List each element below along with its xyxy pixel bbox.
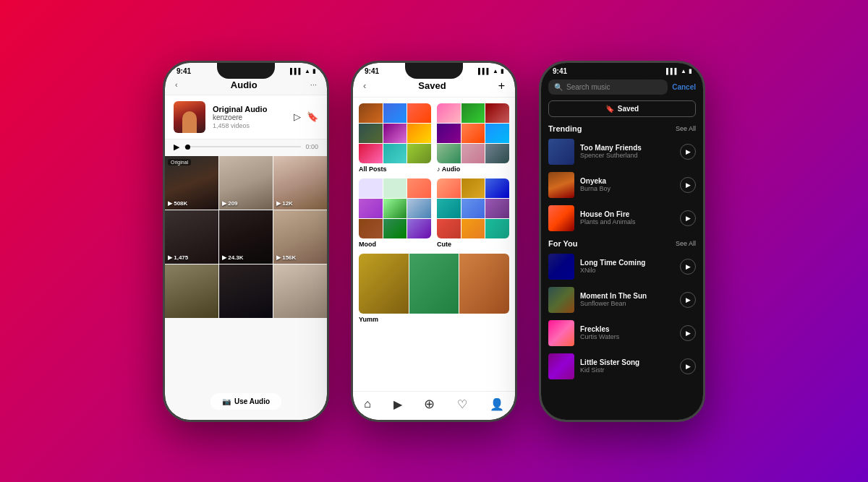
video-cell-1[interactable]: Original ▶ 508K (165, 156, 218, 210)
thumb-cell (437, 178, 461, 198)
play-button-6[interactable]: ▶ (680, 325, 696, 341)
video-label-4: ▶ 1,475 (168, 254, 188, 261)
status-icons-2: ▌▌▌ ▲ ▮ (478, 68, 503, 74)
audio-page-title: Audio (178, 79, 310, 90)
audio-header: ‹ Audio ··· (165, 77, 327, 95)
track-title-1: Too Many Friends (580, 144, 674, 152)
video-cell-5[interactable]: ▶ 24.3K (219, 210, 273, 264)
camera-icon: 📷 (222, 397, 231, 405)
track-title-7: Little Sister Song (580, 358, 674, 366)
thumb-cell (383, 178, 407, 198)
collection-mood[interactable]: Mood (359, 178, 431, 248)
thumb-cell (461, 144, 485, 163)
thumb-cell (383, 124, 407, 143)
more-button-1[interactable]: ··· (310, 80, 317, 89)
video-cell-3[interactable]: ▶ 12K (273, 156, 327, 210)
play-button[interactable]: ▶ (174, 142, 179, 152)
saved-page-title: Saved (366, 80, 498, 91)
add-button[interactable]: + (498, 79, 505, 92)
track-title-5: Moment In The Sun (580, 292, 674, 300)
collection-audio[interactable]: ♪ Audio (437, 103, 509, 173)
mood-thumb (359, 178, 431, 238)
cute-thumb (437, 178, 509, 238)
phone-audio: 9:41 ▌▌▌ ▲ ▮ ‹ Audio ··· Original Audio … (163, 61, 329, 422)
thumb-cell (461, 178, 485, 198)
video-cell-6[interactable]: ▶ 156K (273, 210, 327, 264)
phone-saved: 9:41 ▌▌▌ ▲ ▮ ‹ Saved + (351, 61, 517, 422)
wifi-icon: ▲ (305, 68, 310, 74)
nav-profile[interactable]: 👤 (490, 397, 504, 411)
thumb-cell (437, 103, 461, 123)
track-long-time[interactable]: Long Time Coming XNilo ▶ (541, 250, 703, 283)
trending-title: Trending (548, 124, 582, 133)
bookmark-icon[interactable]: 🔖 (307, 111, 318, 122)
track-house-on-fire[interactable]: House On Fire Plants and Animals ▶ (541, 202, 703, 235)
signal-icon-3: ▌▌▌ (666, 68, 678, 74)
thumb-cell (437, 124, 461, 143)
track-artist-5: Sunflower Bean (580, 300, 674, 307)
saved-tab[interactable]: 🔖 Saved (548, 100, 696, 117)
use-audio-label: Use Audio (234, 397, 270, 405)
thumb-cell (359, 144, 383, 163)
nav-home[interactable]: ⌂ (364, 397, 371, 410)
collection-label-mood: Mood (359, 241, 431, 248)
play-button-4[interactable]: ▶ (680, 259, 696, 275)
thumb-cell (383, 144, 407, 163)
collection-cute[interactable]: Cute (437, 178, 509, 248)
thumb-cell (407, 144, 431, 163)
track-moment[interactable]: Moment In The Sun Sunflower Bean ▶ (541, 283, 703, 317)
for-you-see-all[interactable]: See All (676, 240, 696, 247)
trending-see-all[interactable]: See All (676, 125, 696, 132)
thumb-cell (407, 199, 431, 218)
track-info-7: Little Sister Song Kid Sistr (580, 358, 674, 374)
use-audio-button[interactable]: 📷 Use Audio (210, 393, 281, 410)
cancel-button[interactable]: Cancel (672, 83, 696, 91)
audio-thumb (437, 103, 509, 163)
video-cell-2[interactable]: ▶ 209 (219, 156, 273, 210)
track-artist-2: Burna Boy (580, 185, 674, 192)
track-info-4: Long Time Coming XNilo (580, 259, 674, 274)
track-artist-1: Spencer Sutherland (580, 152, 674, 159)
thumb-figure (182, 111, 197, 133)
search-input-box[interactable]: 🔍 Search music (548, 79, 668, 95)
phone-music: 9:41 ▌▌▌ ▲ ▮ 🔍 Search music Cancel 🔖 Sav… (539, 61, 705, 422)
collection-all-posts[interactable]: All Posts (359, 103, 431, 173)
track-too-many-friends[interactable]: Too Many Friends Spencer Sutherland ▶ (541, 135, 703, 168)
search-placeholder: Search music (566, 83, 610, 91)
thumb-cell (461, 124, 485, 143)
thumb-cell (359, 178, 383, 198)
play-button-1[interactable]: ▶ (680, 144, 696, 160)
play-button-2[interactable]: ▶ (680, 177, 696, 193)
audio-thumbnail (174, 101, 205, 133)
track-freckles[interactable]: Freckles Curtis Waters ▶ (541, 317, 703, 350)
collection-label-cute: Cute (437, 241, 509, 248)
track-artist-6: Curtis Waters (580, 333, 674, 340)
track-thumb-onyeka (548, 172, 574, 198)
play-button-5[interactable]: ▶ (680, 292, 696, 308)
thumb-cell (437, 199, 461, 218)
thumb-cell (461, 103, 485, 123)
yumm-thumb (359, 254, 509, 314)
nav-likes[interactable]: ♡ (457, 397, 467, 411)
video-cell-4[interactable]: ▶ 1,475 (165, 210, 218, 264)
progress-bar[interactable] (184, 146, 301, 147)
video-cell-7[interactable] (165, 264, 218, 318)
track-onyeka[interactable]: Onyeka Burna Boy ▶ (541, 168, 703, 202)
all-posts-thumb (359, 103, 431, 163)
video-cell-9[interactable] (273, 264, 327, 318)
nav-reels[interactable]: ▶ (393, 397, 402, 411)
play-button-7[interactable]: ▶ (680, 358, 696, 374)
time-display: 0:00 (305, 143, 318, 150)
nav-add[interactable]: ⊕ (424, 396, 435, 412)
saved-tab-label: Saved (618, 105, 639, 113)
thumb-cell (437, 144, 461, 163)
thumb-cell (359, 103, 383, 123)
battery-icon-2: ▮ (501, 68, 503, 74)
share-icon[interactable]: ▷ (294, 111, 301, 122)
collection-yumm[interactable]: Yumm (359, 254, 509, 323)
track-little-sister[interactable]: Little Sister Song Kid Sistr ▶ (541, 350, 703, 383)
video-cell-8[interactable] (219, 264, 273, 318)
collection-row-1: All Posts ♪ Audio (359, 103, 509, 173)
play-button-3[interactable]: ▶ (680, 210, 696, 226)
signal-icon-2: ▌▌▌ (478, 68, 490, 74)
